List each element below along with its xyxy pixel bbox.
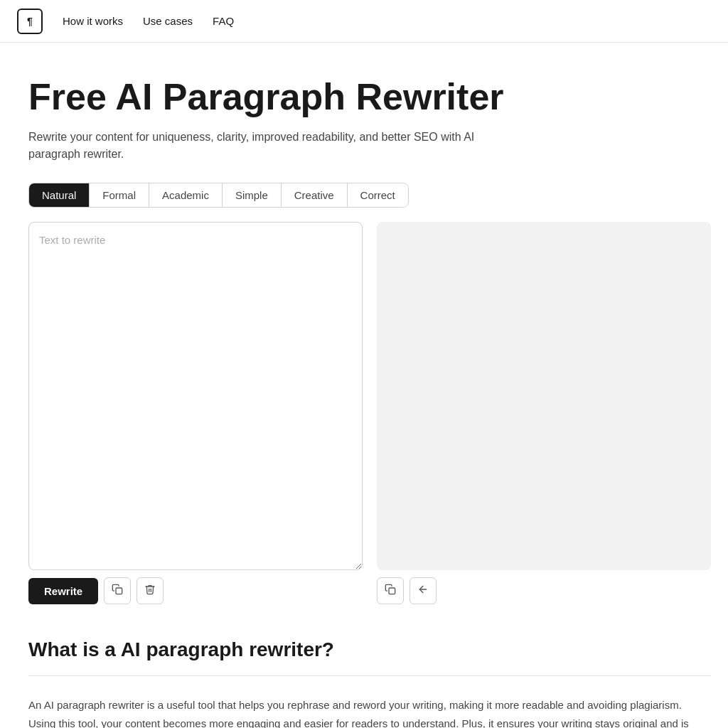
right-button-row: [377, 577, 711, 604]
page-title: Free AI Paragraph Rewriter: [28, 77, 711, 117]
nav-links: How it works Use cases FAQ: [63, 15, 234, 27]
logo[interactable]: ¶: [17, 9, 43, 34]
arrow-left-icon: [417, 584, 429, 598]
nav-how-it-works[interactable]: How it works: [63, 15, 123, 27]
tab-natural[interactable]: Natural: [29, 183, 90, 207]
mode-tabs: Natural Formal Academic Simple Creative …: [28, 183, 409, 208]
nav-faq[interactable]: FAQ: [213, 15, 234, 27]
info-section: What is a AI paragraph rewriter? An AI p…: [28, 638, 711, 728]
output-area: [377, 222, 711, 570]
tab-formal[interactable]: Formal: [90, 183, 149, 207]
main-content: Free AI Paragraph Rewriter Rewrite your …: [0, 43, 728, 728]
use-output-button[interactable]: [410, 577, 437, 604]
tab-creative[interactable]: Creative: [282, 183, 348, 207]
copy-input-button[interactable]: [104, 577, 131, 604]
copy-output-button[interactable]: [377, 577, 404, 604]
rewrite-button[interactable]: Rewrite: [28, 578, 98, 604]
section-divider: [28, 675, 711, 676]
clear-input-button[interactable]: [136, 577, 164, 604]
left-button-row: Rewrite: [28, 577, 363, 604]
output-panel: [377, 222, 711, 604]
section-body: An AI paragraph rewriter is a useful too…: [28, 696, 704, 728]
editor-area: Rewrite: [28, 222, 711, 604]
svg-rect-0: [116, 588, 122, 594]
tab-academic[interactable]: Academic: [149, 183, 223, 207]
copy-input-icon: [112, 584, 123, 598]
trash-icon: [144, 584, 156, 598]
tab-correct[interactable]: Correct: [348, 183, 408, 207]
section-title: What is a AI paragraph rewriter?: [28, 638, 711, 661]
copy-output-icon: [385, 584, 396, 598]
svg-rect-1: [389, 588, 395, 594]
logo-text: ¶: [27, 16, 33, 27]
nav-use-cases[interactable]: Use cases: [143, 15, 193, 27]
text-input[interactable]: [28, 222, 363, 570]
page-subtitle: Rewrite your content for uniqueness, cla…: [28, 129, 512, 163]
tab-simple[interactable]: Simple: [223, 183, 282, 207]
navbar: ¶ How it works Use cases FAQ: [0, 0, 728, 43]
input-panel: Rewrite: [28, 222, 363, 604]
